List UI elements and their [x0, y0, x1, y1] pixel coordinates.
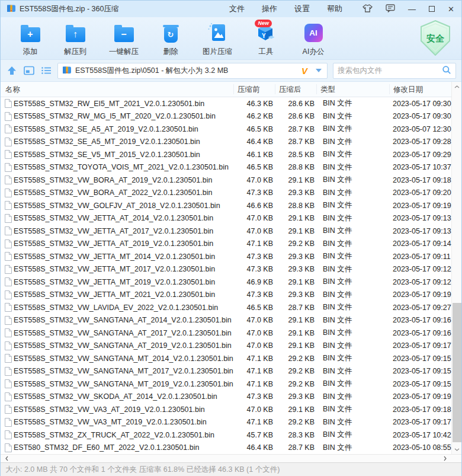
file-row[interactable]: EST558S_STM32_VW_GOLFJV_AT_2018_V2.0.1.2…: [1, 199, 461, 212]
image-compress-button[interactable]: 图片压缩: [191, 21, 243, 57]
menu-help[interactable]: 帮助: [327, 4, 342, 14]
file-size-before: 46.6 KB: [235, 202, 273, 210]
file-type: BIN 文件: [315, 404, 381, 414]
bin-file-icon: [4, 239, 14, 248]
extract-to-button[interactable]: ↑ 解压到: [53, 21, 98, 57]
file-name: EST558S_STM32_VW_SANGTANA_AT_2017_V2.0.1…: [14, 329, 235, 337]
file-row[interactable]: EST558S_STM32_SE_V5_MT_2015_V2.0.1.23050…: [1, 148, 461, 161]
column-header-name[interactable]: 名称: [5, 85, 20, 95]
file-row[interactable]: EST558S_STM32_VW_BORA_AT_2022_V2.0.1.230…: [1, 187, 461, 200]
file-name: EST558S_STM32_TOYOTA_VOIS_MT_2021_V2.0.1…: [14, 163, 235, 171]
bin-file-icon: [4, 328, 14, 337]
file-size-after: 29.3 KB: [273, 290, 315, 299]
file-row[interactable]: EST558S_STM32_VW_JETTA_AT_2017_V2.0.1.23…: [1, 225, 461, 238]
up-level-icon[interactable]: [6, 65, 18, 76]
app-zip-icon: [7, 4, 16, 15]
vertical-scrollbar[interactable]: [451, 82, 461, 454]
bin-file-icon: [4, 430, 14, 439]
file-row[interactable]: EST558S_STM32_SE_A5_MT_2019_V2.0.1.23050…: [1, 136, 461, 149]
file-row[interactable]: EST558S_STM32_VW_JETTA_MT_2019_V2.0.1.23…: [1, 276, 461, 289]
column-header-date[interactable]: 修改日期: [393, 85, 423, 95]
search-input[interactable]: 搜索包内文件: [333, 63, 456, 79]
file-date: 2023-05-17 09:30: [381, 100, 461, 108]
preview-view-icon[interactable]: [23, 65, 35, 76]
file-date: 2023-05-17 09:12: [381, 278, 461, 286]
address-input[interactable]: EST558S固件包.zip\0501 - 解包大小为 3.2 MB V: [57, 63, 328, 79]
file-row[interactable]: EST558S_STM32_VW_SANGTANA_AT_2019_V2.0.1…: [1, 340, 461, 353]
column-header-size-before[interactable]: 压缩前: [238, 85, 260, 95]
close-button[interactable]: ✕: [448, 5, 454, 13]
file-row[interactable]: EST558S_STM32_VW_JETTA_MT_2017_V2.0.1.23…: [1, 263, 461, 276]
file-type: BIN 文件: [315, 315, 381, 325]
file-row[interactable]: EST558S_STM32_VW_SANGTANA_MT_2017_V2.0.1…: [1, 365, 461, 378]
titlebar: EST558S固件包.zip - 360压缩 文件 操作 设置 帮助 — ✕: [1, 1, 461, 17]
ai-office-button[interactable]: AI AI办公: [288, 21, 338, 57]
list-view-icon[interactable]: [40, 65, 52, 76]
file-row[interactable]: EST558S_STM32_VW_SKODA_AT_2014_V2.0.1.23…: [1, 391, 461, 404]
file-name: EST558S_STM32_VW_SANGTANA_AT_2019_V2.0.1…: [14, 341, 235, 350]
scroll-right-icon[interactable]: [440, 455, 450, 462]
bin-file-icon: [4, 112, 14, 121]
file-date: 2023-05-17 09:14: [381, 239, 461, 248]
add-button[interactable]: + 添加: [8, 21, 53, 57]
maximize-button[interactable]: [429, 6, 435, 12]
horizontal-scrollbar[interactable]: [1, 454, 461, 462]
file-row[interactable]: EST558S_STM32_SE_A5_AT_2019_V2.0.1.23050…: [1, 123, 461, 136]
file-size-before: 47.0 KB: [235, 405, 273, 414]
delete-button[interactable]: ↻ 删除: [150, 21, 191, 57]
menu-settings[interactable]: 设置: [294, 4, 310, 14]
bin-file-icon: [4, 265, 14, 274]
file-row[interactable]: EST558S_STM32_ZX_TRUCK_AT_2022_V2.0.1.23…: [1, 429, 461, 442]
file-type: BIN 文件: [315, 175, 381, 185]
file-row[interactable]: EST558S_STM32_VW_BORA_AT_2019_V2.0.1.230…: [1, 174, 461, 187]
menu-file[interactable]: 文件: [229, 4, 245, 14]
file-row[interactable]: EST558S_STM32_VW_SANGTANA_AT_2017_V2.0.1…: [1, 327, 461, 340]
file-row[interactable]: EST558S_STM32_VW_VA3_MT_2019_V2.0.1.2305…: [1, 416, 461, 429]
file-size-after: 29.1 KB: [273, 316, 315, 324]
file-size-after: 28.7 KB: [273, 138, 315, 146]
scroll-left-icon[interactable]: [2, 455, 11, 462]
file-row[interactable]: EST558S_STM32_RW_MG_I5_MT_2020_V2.0.1.23…: [1, 110, 461, 123]
file-name: EST558S_STM32_SE_A5_MT_2019_V2.0.1.23050…: [14, 138, 235, 146]
file-size-before: 47.1 KB: [235, 367, 273, 375]
file-row[interactable]: EST558S_STM32_VW_JETTA_AT_2019_V2.0.1.23…: [1, 238, 461, 251]
address-dropdown-icon[interactable]: [316, 69, 322, 72]
column-header-size-after[interactable]: 压缩后: [279, 85, 301, 95]
scroll-up-icon[interactable]: [452, 82, 462, 91]
file-row[interactable]: EST558S_STM32_VW_JETTA_MT_2021_V2.0.1.23…: [1, 289, 461, 302]
file-row[interactable]: EST558S_STM32_VW_VA3_AT_2019_V2.0.1.2305…: [1, 403, 461, 416]
file-name: EST558S_STM32_VW_JETTA_MT_2021_V2.0.1.23…: [14, 290, 235, 299]
column-header-type[interactable]: 类型: [320, 85, 335, 95]
search-icon[interactable]: [442, 65, 451, 76]
file-row[interactable]: EST558S_STM32_VW_JETTA_MT_2014_V2.0.1.23…: [1, 250, 461, 263]
tools-button[interactable]: Y New 工具: [243, 21, 288, 57]
one-key-extract-button[interactable]: − 一键解压: [98, 21, 150, 57]
minimize-button[interactable]: —: [408, 5, 416, 13]
file-row[interactable]: EST558S_STM32_VW_JETTA_AT_2014_V2.0.1.23…: [1, 212, 461, 225]
file-date: 2023-05-17 09:15: [381, 367, 461, 375]
file-row[interactable]: EST558S_STM32_RW_EI5_MT_2021_V2.0.1.2305…: [1, 97, 461, 110]
v-version-logo: V: [301, 66, 307, 76]
skin-theme-icon[interactable]: [362, 4, 373, 14]
file-row[interactable]: EST558S_STM32_VW_LAVIDA_EV_2022_V2.0.1.2…: [1, 301, 461, 314]
scroll-down-icon[interactable]: [452, 445, 462, 454]
file-row[interactable]: EST558S_STM32_TOYOTA_VOIS_MT_2021_V2.0.1…: [1, 161, 461, 174]
window-title: EST558S固件包.zip - 360压缩: [20, 4, 118, 14]
file-size-before: 46.5 KB: [235, 125, 273, 133]
file-name: EST558S_STM32_VW_JETTA_MT_2019_V2.0.1.23…: [14, 278, 235, 286]
bin-file-icon: [4, 175, 14, 184]
feedback-icon[interactable]: [386, 4, 395, 14]
toolbar: + 添加 ↑ 解压到 − 一键解压 ↻ 删除 图片: [1, 17, 461, 60]
menu-operation[interactable]: 操作: [262, 4, 277, 14]
scrollbar-thumb[interactable]: [453, 303, 461, 442]
file-row[interactable]: EST558S_STM32_VW_SANGTANA_MT_2019_V2.0.1…: [1, 378, 461, 391]
file-row[interactable]: EST558S_STM32_VW_SANGTANA_MT_2014_V2.0.1…: [1, 352, 461, 365]
file-date: 2023-05-17 10:42: [381, 431, 461, 439]
file-size-after: 29.2 KB: [273, 380, 315, 388]
file-row[interactable]: EST558S_STM32_VW_SANGTANA_AT_2014_V2.0.1…: [1, 314, 461, 327]
file-date: 2023-05-17 09:29: [381, 151, 461, 159]
file-row[interactable]: EST580_STM32_DF_E60_MT_2022_V2.0.1.23050…: [1, 442, 461, 455]
safe-shield-badge[interactable]: 安全: [419, 20, 452, 57]
new-badge: New: [255, 20, 272, 27]
file-size-after: 29.2 KB: [273, 354, 315, 363]
